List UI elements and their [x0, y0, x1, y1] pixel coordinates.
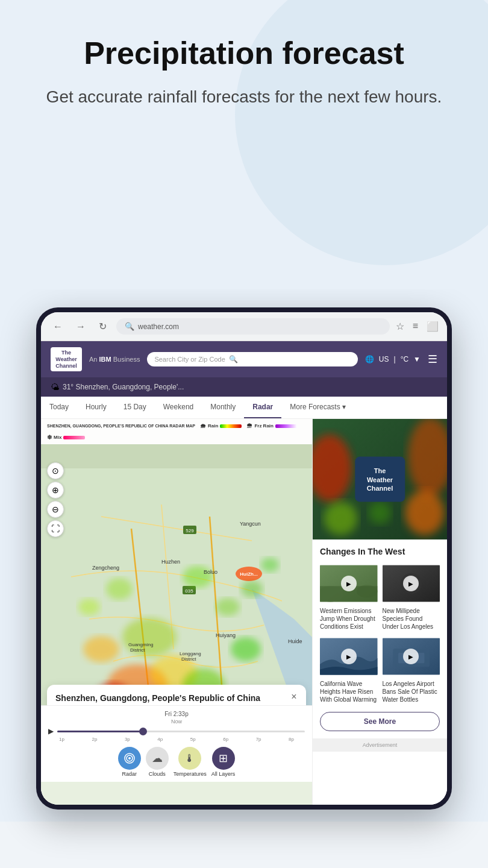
svg-text:035: 035 — [185, 588, 193, 594]
svg-text:District: District — [130, 647, 145, 653]
play-overlay-1[interactable]: ▶ — [403, 576, 419, 591]
phone-mockup: ← → ↻ 🔍 weather.com ☆ ≡ ⬜ The Weather — [36, 307, 452, 810]
map-controls: ⊙ ⊕ ⊖ ⛶ — [47, 462, 64, 537]
tab-icon[interactable]: ⬜ — [427, 321, 439, 332]
legend-rain: 🌧 Rain — [200, 423, 242, 429]
search-submit-icon[interactable]: 🔍 — [229, 355, 238, 363]
svg-text:Huide: Huide — [288, 638, 302, 644]
news-item-0[interactable]: ▶ Western Emissions Jump When Drought Co… — [320, 562, 378, 631]
tab-hourly[interactable]: Hourly — [77, 397, 115, 418]
svg-point-17 — [261, 558, 279, 572]
see-more-button[interactable]: See More — [320, 712, 440, 731]
news-caption-2: California Wave Heights Have Risen With … — [320, 680, 378, 703]
weather-controls: 🌐 US | °C ▼ — [365, 355, 421, 363]
radar-timeline: Fri 2:33p Now ▶ 1p 2p — [41, 705, 312, 782]
frz-rain-icon: 🌨 — [246, 423, 252, 429]
news-item-3[interactable]: ▶ Los Angeles Airport Bans Sale Of Plast… — [383, 635, 440, 703]
legend-mix: ❄ Mix — [47, 434, 85, 441]
clouds-layer-btn[interactable]: ☁ Clouds — [146, 747, 169, 777]
play-overlay-2[interactable]: ▶ — [341, 649, 357, 664]
rain-icon: 🌧 — [200, 423, 206, 429]
browser-actions: ☆ ≡ ⬜ — [396, 321, 439, 332]
layer-buttons: Radar ☁ Clouds 🌡 Temperatures — [48, 747, 305, 777]
timeline-progress — [57, 731, 144, 732]
weather-header: The Weather Channel An IBM Business Sear… — [41, 341, 447, 377]
bookmark-icon[interactable]: ☆ — [396, 321, 404, 332]
hero-section: Precipitation forecast Get accurate rain… — [0, 0, 488, 289]
map-background: 529 035 — [41, 444, 312, 782]
tab-more-forecasts[interactable]: More Forecasts ▾ — [281, 397, 354, 418]
temp-layer-icon: 🌡 — [178, 747, 201, 770]
cloud-icon: 🌤 — [51, 382, 59, 392]
svg-point-19 — [241, 580, 263, 597]
fullscreen-btn[interactable]: ⛶ — [47, 520, 64, 537]
search-icon: 🔍 — [125, 322, 134, 331]
zoom-out-btn[interactable]: ⊖ — [47, 501, 64, 518]
unit-dropdown-icon[interactable]: ▼ — [413, 355, 421, 363]
all-layers-icon: ⊞ — [212, 747, 235, 770]
nav-tabs: Today Hourly 15 Day Weekend Monthly Rada… — [41, 397, 447, 419]
search-placeholder: Search City or Zip Code — [154, 356, 225, 363]
popup-title: Shenzhen, Guangdong, People's Republic o… — [55, 693, 298, 703]
tab-weekend[interactable]: Weekend — [155, 397, 202, 418]
svg-point-45 — [369, 502, 391, 524]
hero-subtitle: Get accurate rainfall forecasts for the … — [24, 85, 464, 108]
forward-button[interactable]: → — [72, 320, 89, 333]
tab-15day[interactable]: 15 Day — [115, 397, 155, 418]
temp-layer-label: Temperatures — [174, 771, 207, 777]
timeline-track: ▶ — [48, 727, 305, 735]
play-button[interactable]: ▶ — [48, 727, 54, 735]
clouds-layer-label: Clouds — [149, 771, 166, 777]
mix-legend-bar — [63, 436, 85, 439]
back-button[interactable]: ← — [49, 320, 66, 333]
svg-point-44 — [324, 502, 358, 536]
city-search-bar[interactable]: Search City or Zip Code 🔍 — [147, 352, 357, 366]
address-bar[interactable]: 🔍 weather.com — [116, 318, 390, 335]
temperatures-layer-btn[interactable]: 🌡 Temperatures — [174, 747, 207, 777]
main-content: SHENZHEN, GUANGDONG, PEOPLE'S REPUBLIC O… — [41, 419, 447, 805]
play-overlay-3[interactable]: ▶ — [403, 649, 419, 664]
svg-point-15 — [83, 636, 119, 662]
svg-point-42 — [408, 419, 447, 496]
popup-close-btn[interactable]: × — [288, 691, 300, 703]
tab-today[interactable]: Today — [41, 397, 77, 418]
bottom-ad-label: Advertisement — [313, 738, 447, 752]
svg-point-21 — [78, 599, 100, 615]
phone-wrapper: ← → ↻ 🔍 weather.com ☆ ≡ ⬜ The Weather — [0, 289, 488, 822]
radar-map-title: SHENZHEN, GUANGDONG, PEOPLE'S REPUBLIC O… — [47, 424, 195, 428]
legend-frz-rain: 🌨 Frz Rain — [246, 423, 297, 429]
news-thumb-2: ▶ — [320, 635, 378, 678]
temp-unit: °C — [401, 355, 408, 363]
news-item-1[interactable]: ▶ New Millipede Species Found Under Los … — [383, 562, 440, 631]
hero-title: Precipitation forecast — [24, 36, 464, 71]
hamburger-menu[interactable]: ☰ — [428, 353, 437, 366]
svg-text:Yangcun: Yangcun — [240, 521, 261, 527]
tab-monthly[interactable]: Monthly — [202, 397, 244, 418]
address-text: weather.com — [138, 322, 179, 331]
timeline-labels: 1p 2p 3p 4p 5p 6p 7p 8p — [48, 737, 305, 742]
browser-chrome: ← → ↻ 🔍 weather.com ☆ ≡ ⬜ — [41, 312, 447, 341]
news-caption-1: New Millipede Species Found Under Los An… — [383, 607, 440, 631]
svg-text:Zengcheng: Zengcheng — [92, 565, 119, 571]
tab-radar[interactable]: Radar — [244, 397, 281, 418]
all-layers-btn[interactable]: ⊞ All Layers — [211, 747, 236, 777]
radar-layer-btn[interactable]: Radar — [118, 747, 141, 777]
radar-layer-label: Radar — [122, 771, 137, 777]
svg-text:Huiyang: Huiyang — [216, 632, 236, 638]
news-item-2[interactable]: ▶ California Wave Heights Have Risen Wit… — [320, 635, 378, 703]
svg-text:Guangming: Guangming — [128, 642, 153, 647]
menu-icon[interactable]: ≡ — [413, 321, 418, 332]
svg-point-13 — [231, 637, 261, 661]
svg-point-41 — [313, 435, 352, 502]
zoom-in-btn[interactable]: ⊕ — [47, 482, 64, 498]
ibm-business-text: An IBM Business — [89, 356, 140, 363]
news-caption-0: Western Emissions Jump When Drought Cond… — [320, 607, 378, 631]
refresh-button[interactable]: ↻ — [95, 319, 110, 333]
play-overlay-0[interactable]: ▶ — [341, 576, 357, 591]
location-btn[interactable]: ⊙ — [47, 462, 64, 479]
ad-banner: Advertisement — [313, 419, 447, 539]
weather-channel-logo: The Weather Channel — [51, 347, 82, 371]
timeline-thumb — [139, 728, 147, 735]
timeline-bar[interactable] — [57, 731, 305, 732]
radar-header: SHENZHEN, GUANGDONG, PEOPLE'S REPUBLIC O… — [41, 419, 312, 444]
